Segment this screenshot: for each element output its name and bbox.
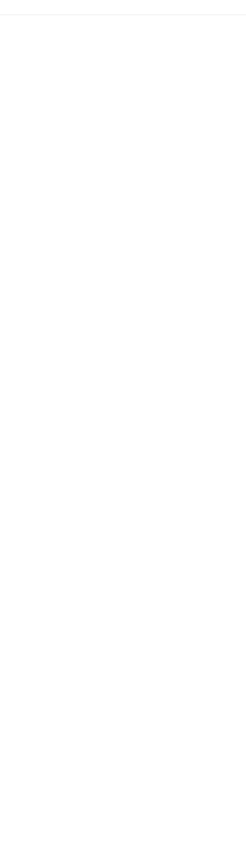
- page-title: [0, 0, 246, 15]
